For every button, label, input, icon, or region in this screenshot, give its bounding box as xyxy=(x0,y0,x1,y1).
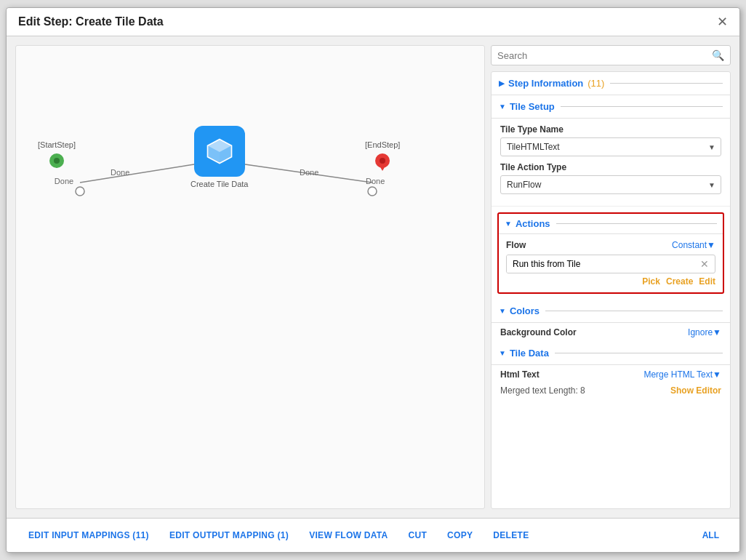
delete-button[interactable]: DELETE xyxy=(483,526,539,545)
flow-field-header: Flow Constant▼ xyxy=(506,240,715,250)
cut-button[interactable]: CUT xyxy=(398,526,438,545)
tile-setup-label: Tile Setup xyxy=(510,101,555,112)
end-node-label: [EndStep] xyxy=(365,140,400,149)
flow-field-container: Flow Constant▼ ✕ Pick Create Edit xyxy=(499,234,723,292)
svg-point-9 xyxy=(380,158,385,164)
flow-field-label: Flow xyxy=(506,240,526,250)
flow-clear-button[interactable]: ✕ xyxy=(694,255,715,273)
colors-header[interactable]: ▼ Colors xyxy=(492,300,730,323)
done-right-label: Done xyxy=(300,168,318,177)
edit-input-mappings-button[interactable]: EDIT INPUT MAPPINGS (11) xyxy=(18,526,159,545)
flow-input[interactable] xyxy=(507,255,694,273)
show-editor-button[interactable]: Show Editor xyxy=(670,385,721,396)
actions-header[interactable]: ▼ Actions xyxy=(499,214,723,234)
all-button[interactable]: ALL xyxy=(694,526,728,545)
step-information-header[interactable]: ▶ Step Information (11) xyxy=(492,72,730,95)
colors-label: Colors xyxy=(510,305,540,316)
tile-data-triangle: ▼ xyxy=(499,349,506,357)
merged-text-info: Merged text Length: 8 xyxy=(500,385,585,396)
tile-action-type-label: Tile Action Type xyxy=(500,162,721,172)
html-text-label: Html Text xyxy=(500,369,540,380)
tile-action-type-select-wrapper: RunFlow xyxy=(500,175,721,194)
colors-section: ▼ Colors Background Color Ignore▼ xyxy=(492,300,730,342)
dialog-body: [StartStep] Done Cr xyxy=(7,36,739,518)
start-node-label: [StartStep] xyxy=(38,140,76,149)
dialog-title: Edit Step: Create Tile Data xyxy=(18,15,164,28)
svg-line-0 xyxy=(80,164,194,183)
tile-setup-header[interactable]: ▼ Tile Setup xyxy=(492,95,730,119)
done-left-label: Done xyxy=(111,168,129,177)
svg-point-6 xyxy=(54,158,60,164)
tile-type-name-label: Tile Type Name xyxy=(500,124,721,135)
svg-point-2 xyxy=(76,187,84,196)
tile-data-header[interactable]: ▼ Tile Data xyxy=(492,342,730,365)
search-bar: 🔍 xyxy=(491,45,731,65)
properties-panel: ▶ Step Information (11) ▼ Tile Setup Til… xyxy=(491,71,731,509)
step-info-line xyxy=(610,83,723,84)
start-pin-icon xyxy=(48,152,65,175)
main-node: Create Tile Data xyxy=(190,126,248,188)
canvas-area: [StartStep] Done Cr xyxy=(15,45,485,509)
step-info-count: (11) xyxy=(587,78,604,89)
cube-icon xyxy=(204,135,236,167)
step-info-label: Step Information xyxy=(508,78,583,89)
tile-setup-content: Tile Type Name TileHTMLText Tile Action … xyxy=(492,119,730,207)
copy-button[interactable]: COPY xyxy=(437,526,483,545)
main-node-icon xyxy=(194,126,245,177)
edit-output-mapping-button[interactable]: EDIT OUTPUT MAPPING (1) xyxy=(159,526,299,545)
colors-line xyxy=(545,311,723,311)
search-input[interactable] xyxy=(497,50,712,61)
dialog-titlebar: Edit Step: Create Tile Data ✕ xyxy=(7,8,739,36)
end-node: [EndStep] Done xyxy=(365,140,400,185)
tile-type-name-row: Tile Type Name TileHTMLText xyxy=(500,124,721,156)
tile-type-name-select-wrapper: TileHTMLText xyxy=(500,137,721,156)
tile-setup-line xyxy=(561,106,723,107)
tile-setup-section: ▼ Tile Setup Tile Type Name TileHTMLText xyxy=(492,95,730,207)
close-button[interactable]: ✕ xyxy=(717,15,728,28)
svg-point-3 xyxy=(368,187,377,196)
tile-setup-triangle: ▼ xyxy=(499,103,506,111)
ignore-button[interactable]: Ignore▼ xyxy=(688,327,721,337)
main-node-label: Create Tile Data xyxy=(190,180,248,188)
bg-color-label: Background Color xyxy=(500,327,577,337)
pick-button[interactable]: Pick xyxy=(642,276,660,287)
view-flow-data-button[interactable]: VIEW FLOW DATA xyxy=(299,526,398,545)
actions-section: ▼ Actions Flow Constant▼ ✕ xyxy=(497,212,724,294)
step-info-triangle: ▶ xyxy=(499,79,505,87)
flow-connections-svg xyxy=(16,46,484,508)
tile-data-line xyxy=(555,353,723,353)
html-text-row: Html Text Merge HTML Text▼ xyxy=(492,365,730,384)
tile-type-name-select[interactable]: TileHTMLText xyxy=(500,137,721,156)
merged-text-row: Merged text Length: 8 Show Editor xyxy=(492,384,730,400)
end-done-label: Done xyxy=(366,177,385,185)
flow-actions-row: Pick Create Edit xyxy=(506,276,715,287)
merge-html-button[interactable]: Merge HTML Text▼ xyxy=(643,369,721,380)
tile-data-section: ▼ Tile Data Html Text Merge HTML Text▼ M… xyxy=(492,342,730,400)
end-pin-icon xyxy=(374,152,391,175)
constant-link[interactable]: Constant▼ xyxy=(672,240,715,250)
edit-step-dialog: Edit Step: Create Tile Data ✕ [StartStep… xyxy=(6,7,740,553)
create-button[interactable]: Create xyxy=(666,276,693,287)
search-icon: 🔍 xyxy=(712,49,724,61)
colors-triangle: ▼ xyxy=(499,307,506,315)
start-done-label: Done xyxy=(55,177,73,185)
dialog-footer: EDIT INPUT MAPPINGS (11) EDIT OUTPUT MAP… xyxy=(7,518,739,552)
actions-label: Actions xyxy=(516,218,550,229)
tile-data-label: Tile Data xyxy=(510,348,549,359)
edit-button[interactable]: Edit xyxy=(699,276,715,287)
tile-action-type-row: Tile Action Type RunFlow xyxy=(500,162,721,194)
right-panel: 🔍 ▶ Step Information (11) ▼ Tile Setup xyxy=(491,45,731,509)
actions-line xyxy=(556,223,717,224)
tile-action-type-select[interactable]: RunFlow xyxy=(500,175,721,194)
bg-color-row: Background Color Ignore▼ xyxy=(492,323,730,342)
flow-input-wrapper: ✕ xyxy=(506,255,715,273)
actions-triangle: ▼ xyxy=(505,220,512,228)
start-node: [StartStep] Done xyxy=(38,140,76,185)
